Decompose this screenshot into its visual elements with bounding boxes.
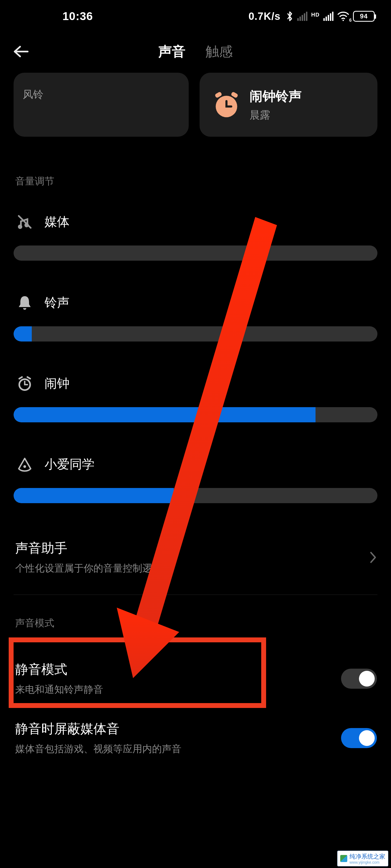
row-subtitle: 媒体音包括游戏、视频等应用内的声音 <box>15 742 341 756</box>
row-title: 静音时屏蔽媒体音 <box>15 720 341 738</box>
section-volume-title: 音量调节 <box>15 175 378 188</box>
ringtone-cards: - 风铃 闹钟铃声 晨露 <box>13 73 378 137</box>
xiaoai-icon <box>15 455 34 474</box>
svg-point-4 <box>18 225 22 229</box>
slider-label: 小爱同学 <box>45 456 94 473</box>
svg-line-9 <box>27 377 30 379</box>
slider-label: 媒体 <box>45 214 69 230</box>
alarm-ringtone-card[interactable]: 闹钟铃声 晨露 <box>200 73 378 137</box>
status-time: 10:36 <box>62 10 93 23</box>
signal-bars-2-icon <box>324 12 333 21</box>
mute-media-toggle[interactable] <box>341 728 377 748</box>
watermark: 纯净系统之家 www.yijingke.com <box>337 850 388 866</box>
svg-line-8 <box>19 377 22 379</box>
tab-sound[interactable]: 声音 <box>158 42 186 61</box>
watermark-url: www.yijingke.com <box>350 860 385 865</box>
card-subtitle: 风铃 <box>23 88 179 101</box>
status-right: 0.7K/s HD 6 94 <box>248 10 375 22</box>
alarm-clock-icon <box>212 90 242 120</box>
svg-marker-11 <box>133 217 277 635</box>
signal-bars-1-icon <box>297 12 307 21</box>
slider-label: 铃声 <box>45 294 69 311</box>
arrow-left-icon <box>11 44 33 59</box>
network-speed: 0.7K/s <box>248 10 280 22</box>
wifi-icon: 6 <box>337 11 349 21</box>
bell-icon <box>15 293 34 312</box>
watermark-text: 纯净系统之家 <box>350 852 385 861</box>
card-title: 闹钟铃声 <box>250 88 302 105</box>
mute-media-row: 静音时屏蔽媒体音 媒体音包括游戏、视频等应用内的声音 <box>13 708 378 756</box>
battery-icon: 94 <box>353 11 375 22</box>
watermark-logo-icon <box>340 855 347 862</box>
notification-ringtone-card[interactable]: - 风铃 <box>13 73 189 137</box>
tab-haptic[interactable]: 触感 <box>205 42 233 61</box>
media-mute-icon <box>15 212 34 231</box>
silent-mode-toggle[interactable] <box>341 669 377 689</box>
annotation-arrow-icon <box>103 217 277 678</box>
battery-level: 94 <box>360 12 368 20</box>
svg-point-0 <box>343 20 344 21</box>
bluetooth-icon <box>286 11 294 22</box>
page-header: 声音 触感 <box>0 33 391 70</box>
card-subtitle: 晨露 <box>250 108 302 122</box>
wifi-sub: 6 <box>349 18 352 23</box>
alarm-icon <box>15 374 34 393</box>
status-bar: 10:36 0.7K/s HD 6 94 <box>0 0 391 33</box>
chevron-right-icon <box>369 552 377 563</box>
svg-point-10 <box>23 465 26 468</box>
back-button[interactable] <box>11 44 44 59</box>
hd-indicator: HD <box>311 12 319 17</box>
slider-label: 闹钟 <box>45 375 69 392</box>
